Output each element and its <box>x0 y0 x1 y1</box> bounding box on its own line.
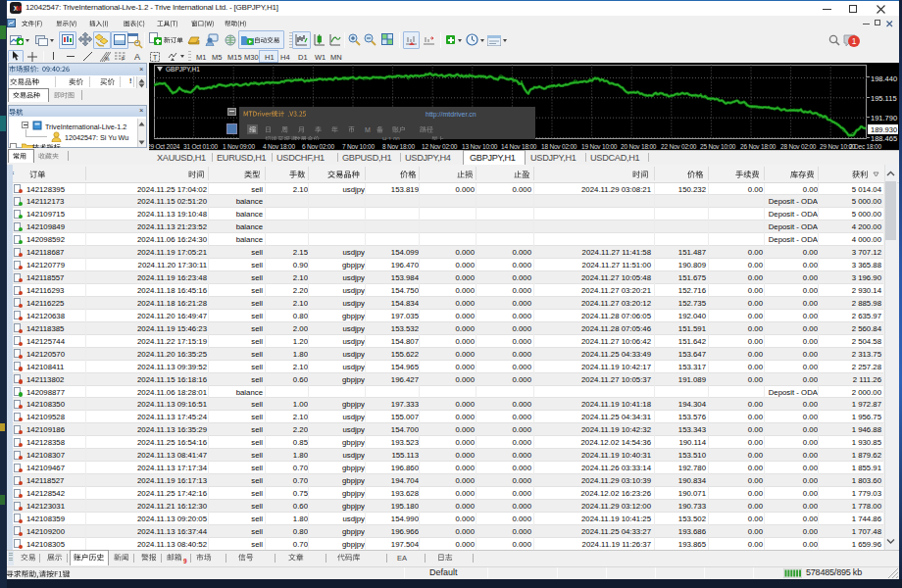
svg-text:F: F <box>122 56 125 61</box>
svg-text:M: M <box>16 5 21 12</box>
svg-text:1: 1 <box>852 36 857 46</box>
svg-text:T: T <box>153 53 158 62</box>
